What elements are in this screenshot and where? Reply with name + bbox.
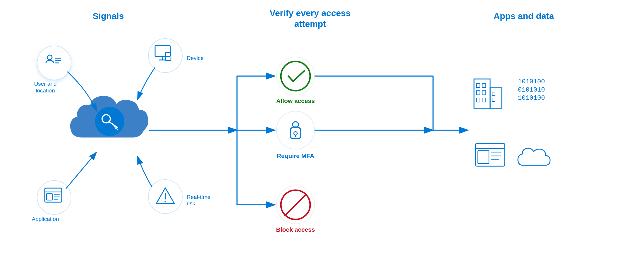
building-icon (474, 79, 502, 108)
svg-rect-28 (482, 83, 486, 87)
realtime-risk-label-2: risk (187, 200, 195, 207)
cloud-storage-icon (518, 148, 550, 165)
block-label: Block access (276, 226, 315, 233)
svg-rect-32 (482, 98, 486, 102)
svg-rect-27 (476, 83, 480, 87)
arrow-app-cloud (66, 152, 97, 189)
svg-rect-30 (482, 91, 486, 95)
verify-title: Verify every access (270, 8, 351, 18)
svg-text:0101010: 0101010 (518, 86, 545, 94)
svg-rect-29 (476, 91, 480, 95)
user-location-label-2: location (36, 87, 55, 94)
svg-rect-34 (492, 98, 495, 102)
app-window-icon (475, 143, 505, 166)
arrow-risk-cloud (138, 157, 152, 187)
cloud-group (70, 96, 148, 137)
mfa-circle (277, 111, 315, 149)
verify-subtitle: attempt (294, 19, 326, 29)
allow-label: Allow access (276, 97, 315, 104)
svg-rect-40 (478, 151, 489, 164)
device-label: Device (187, 55, 204, 61)
signals-title: Signals (93, 11, 124, 21)
user-location-circle (37, 46, 71, 80)
svg-point-16 (165, 201, 166, 202)
svg-rect-38 (475, 143, 505, 166)
binary-data-icon: 1010100 0101010 1010100 (518, 78, 545, 102)
mfa-label: Require MFA (277, 152, 314, 159)
svg-text:1010100: 1010100 (518, 78, 545, 85)
arrow-device-cloud (138, 67, 155, 99)
realtime-risk-label-1: Real-time (187, 194, 210, 200)
application-label: Application (32, 216, 59, 222)
svg-rect-31 (476, 98, 480, 102)
application-circle (37, 181, 71, 214)
apps-title: Apps and data (494, 11, 554, 21)
main-diagram: Signals Verify every access attempt Apps… (0, 0, 644, 263)
user-location-label-1: User and (34, 81, 56, 87)
allow-circle (277, 57, 315, 95)
svg-text:1010100: 1010100 (518, 94, 545, 102)
diagram-container: Signals Verify every access attempt Apps… (0, 0, 644, 263)
svg-rect-33 (492, 92, 495, 96)
